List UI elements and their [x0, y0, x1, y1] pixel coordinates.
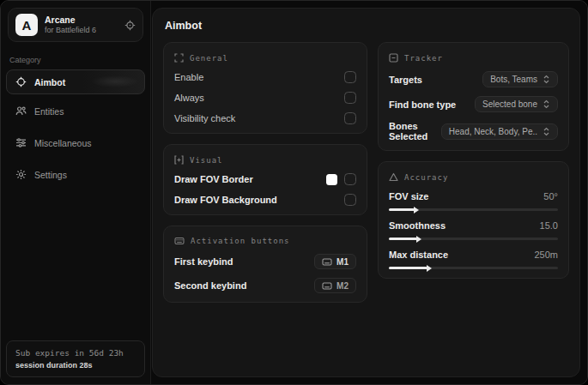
sidebar-item-label: Entities — [34, 106, 64, 117]
page-title: Aimbot — [165, 20, 567, 32]
app-name: Arcane — [45, 15, 118, 25]
entities-icon — [15, 105, 27, 117]
setting-label: Bones Selected — [389, 121, 441, 141]
general-card-header: General — [174, 53, 356, 63]
app-logo: A — [15, 14, 38, 36]
max-distance-setting: Max distance 250m — [389, 250, 558, 269]
setting-label: Visibility check — [174, 113, 235, 123]
triangle-icon — [389, 172, 398, 182]
fov-size-setting: FOV size 50° — [389, 191, 558, 211]
brand-text: Arcane for Battlefield 6 — [45, 15, 118, 35]
chevron-up-down-icon — [543, 75, 550, 84]
app-subtitle: for Battlefield 6 — [45, 26, 118, 35]
chevron-up-down-icon — [543, 99, 550, 109]
setting-row-always: Always — [174, 92, 356, 104]
visibility-check-checkbox[interactable] — [344, 112, 356, 124]
arcane-window: A Arcane for Battlefield 6 Category — [0, 0, 588, 385]
fov-border-controls — [326, 173, 356, 185]
setting-label: Second keybind — [174, 280, 246, 291]
general-card: General Enable Always Visibility check — [163, 42, 367, 134]
activation-card-title: Activation buttons — [191, 237, 290, 245]
setting-label: Max distance — [389, 250, 448, 260]
category-label: Category — [9, 56, 142, 64]
targets-dropdown[interactable]: Bots, Teams — [482, 71, 558, 87]
slider-fill — [389, 267, 427, 269]
setting-row-targets: Targets Bots, Teams — [389, 71, 558, 87]
second-keybind-button[interactable]: M2 — [314, 278, 356, 293]
visual-card-header: Visual — [174, 155, 356, 165]
sidebar-item-label: Miscellaneous — [34, 138, 92, 148]
main-outer: Aimbot General — [151, 1, 587, 384]
session-duration-text: session duration 28s — [15, 360, 136, 370]
keyboard-icon — [322, 258, 332, 266]
max-distance-slider[interactable] — [389, 267, 558, 269]
setting-label: Targets — [389, 75, 422, 85]
sidebar-item-entities[interactable]: Entities — [7, 99, 144, 123]
logo-letter: A — [22, 18, 32, 33]
smoothness-setting: Smoothness 15.0 — [389, 220, 558, 240]
slider-fill — [389, 238, 417, 240]
setting-row-draw-fov-background: Draw FOV Background — [174, 194, 356, 206]
keyboard-icon — [322, 282, 332, 290]
always-checkbox[interactable] — [344, 92, 356, 104]
tracker-card-header: Tracker — [389, 53, 558, 63]
main-panel: Aimbot General — [152, 8, 580, 377]
sidebar-item-label: Settings — [34, 170, 67, 180]
plus-box-icon — [174, 155, 184, 165]
setting-row-visibility-check: Visibility check — [174, 112, 356, 124]
first-keybind-button[interactable]: M1 — [314, 254, 356, 269]
sub-expiry-text: Sub expires in 56d 23h — [15, 347, 136, 358]
sidebar-item-label: Aimbot — [34, 77, 65, 87]
sliders-icon — [15, 137, 27, 148]
setting-label: Draw FOV Border — [174, 174, 253, 184]
sidebar-item-aimbot[interactable]: Aimbot — [6, 69, 145, 94]
setting-label: FOV size — [389, 191, 428, 202]
draw-fov-background-checkbox[interactable] — [344, 194, 356, 206]
setting-row-second-keybind: Second keybind M2 — [174, 278, 356, 293]
chevron-up-down-icon — [543, 127, 550, 136]
setting-row-enable: Enable — [174, 71, 356, 83]
gear-icon — [15, 169, 27, 180]
right-column: Tracker Targets Bots, Teams — [378, 42, 569, 279]
general-card-title: General — [190, 54, 228, 63]
sidebar: A Arcane for Battlefield 6 Category — [1, 1, 151, 384]
sidebar-nav: Aimbot Entities Miscella — [1, 69, 150, 189]
keybind-value: M2 — [336, 281, 349, 291]
setting-row-find-bone-type: Find bone type Selected bone — [389, 96, 558, 112]
dropdown-value: Selected bone — [482, 99, 537, 109]
tracker-card-title: Tracker — [404, 54, 443, 63]
enable-checkbox[interactable] — [344, 71, 356, 83]
brand-card: A Arcane for Battlefield 6 — [8, 8, 143, 42]
activation-buttons-card: Activation buttons First keybind M1 — [163, 226, 367, 303]
keybind-value: M1 — [336, 257, 349, 267]
dropdown-value: Head, Neck, Body, Pe.. — [449, 127, 537, 136]
target-icon[interactable] — [124, 20, 136, 31]
accuracy-card: Accuracy FOV size 50° — [378, 161, 569, 279]
sidebar-item-miscellaneous[interactable]: Miscellaneous — [7, 131, 144, 154]
visual-card-title: Visual — [190, 156, 223, 165]
sidebar-item-settings[interactable]: Settings — [7, 163, 144, 186]
fov-size-value: 50° — [543, 191, 558, 202]
left-column: General Enable Always Visibility check — [163, 42, 367, 303]
setting-row-draw-fov-border: Draw FOV Border — [174, 173, 356, 185]
fov-size-slider[interactable] — [389, 208, 558, 211]
subscription-info: Sub expires in 56d 23h session duration … — [6, 340, 145, 377]
setting-label: Smoothness — [389, 220, 446, 231]
slider-fill — [389, 208, 415, 211]
accuracy-card-title: Accuracy — [404, 173, 448, 182]
draw-fov-border-checkbox[interactable] — [344, 173, 356, 185]
smoothness-value: 15.0 — [540, 220, 558, 231]
find-bone-type-dropdown[interactable]: Selected bone — [475, 96, 558, 112]
accuracy-card-header: Accuracy — [389, 172, 558, 182]
fov-border-color-swatch[interactable] — [326, 174, 337, 185]
setting-label: Find bone type — [389, 99, 456, 110]
smoothness-slider[interactable] — [389, 238, 558, 240]
activation-card-header: Activation buttons — [174, 237, 356, 245]
setting-label: Always — [174, 93, 204, 103]
setting-label: Enable — [174, 72, 203, 82]
setting-row-first-keybind: First keybind M1 — [174, 254, 356, 269]
setting-row-bones-selected: Bones Selected Head, Neck, Body, Pe.. — [389, 121, 558, 141]
bones-selected-dropdown[interactable]: Head, Neck, Body, Pe.. — [441, 123, 558, 140]
max-distance-value: 250m — [534, 250, 558, 260]
visual-card: Visual Draw FOV Border Draw FOV Backgrou… — [163, 144, 367, 215]
